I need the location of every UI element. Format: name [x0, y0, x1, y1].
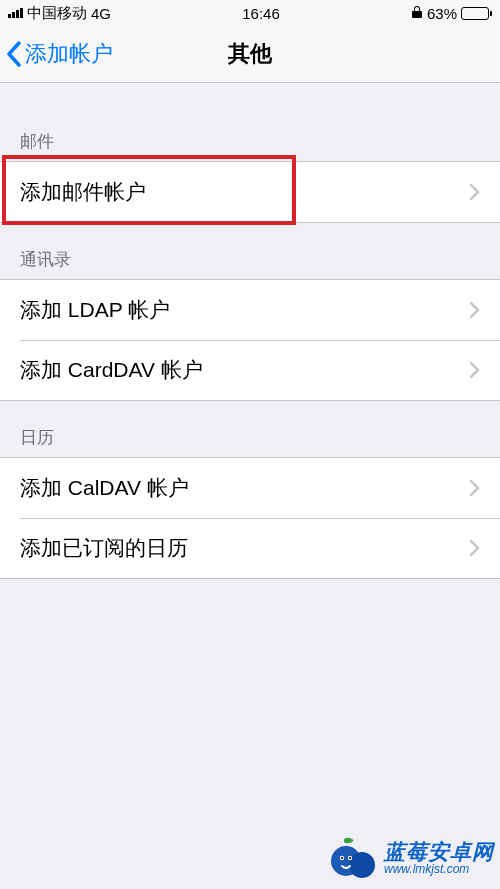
watermark-text: 蓝莓安卓网 www.lmkjst.com: [384, 840, 494, 876]
watermark-title: 蓝莓安卓网: [384, 840, 494, 863]
chevron-left-icon: [6, 41, 22, 67]
lock-icon: [411, 5, 423, 22]
list-group-calendar: 添加 CalDAV 帐户 添加已订阅的日历: [0, 457, 500, 579]
status-right: 63%: [411, 5, 492, 22]
battery-icon: [461, 7, 492, 20]
nav-bar: 添加帐户 其他: [0, 26, 500, 83]
list-item-label: 添加 LDAP 帐户: [20, 296, 170, 324]
chevron-right-icon: [470, 362, 480, 378]
svg-point-5: [349, 857, 351, 859]
list-item-label: 添加邮件帐户: [20, 178, 146, 206]
add-subscribed-calendar[interactable]: 添加已订阅的日历: [0, 518, 500, 578]
add-caldav-account[interactable]: 添加 CalDAV 帐户: [0, 458, 500, 518]
page-title: 其他: [228, 39, 272, 69]
watermark-url: www.lmkjst.com: [384, 863, 494, 876]
add-ldap-account[interactable]: 添加 LDAP 帐户: [0, 280, 500, 340]
svg-point-1: [349, 852, 375, 878]
status-time: 16:46: [242, 5, 280, 22]
chevron-right-icon: [470, 540, 480, 556]
section-header-calendar: 日历: [0, 401, 500, 457]
list-item-label: 添加 CardDAV 帐户: [20, 356, 203, 384]
blueberry-icon: [328, 833, 378, 883]
svg-point-4: [341, 857, 343, 859]
network-label: 4G: [91, 5, 111, 22]
list-group-contacts: 添加 LDAP 帐户 添加 CardDAV 帐户: [0, 279, 500, 401]
carrier-label: 中国移动: [27, 4, 87, 23]
chevron-right-icon: [470, 184, 480, 200]
battery-pct: 63%: [427, 5, 457, 22]
add-carddav-account[interactable]: 添加 CardDAV 帐户: [0, 340, 500, 400]
back-label: 添加帐户: [25, 39, 113, 69]
section-header-mail: 邮件: [0, 83, 500, 161]
signal-icon: [8, 8, 23, 18]
status-bar: 中国移动 4G 16:46 63%: [0, 0, 500, 26]
section-header-contacts: 通讯录: [0, 223, 500, 279]
add-mail-account[interactable]: 添加邮件帐户: [0, 162, 500, 222]
back-button[interactable]: 添加帐户: [0, 39, 113, 69]
list-group-mail: 添加邮件帐户: [0, 161, 500, 223]
chevron-right-icon: [470, 302, 480, 318]
list-item-label: 添加已订阅的日历: [20, 534, 188, 562]
status-left: 中国移动 4G: [8, 4, 111, 23]
watermark: 蓝莓安卓网 www.lmkjst.com: [328, 833, 494, 883]
list-item-label: 添加 CalDAV 帐户: [20, 474, 189, 502]
chevron-right-icon: [470, 480, 480, 496]
